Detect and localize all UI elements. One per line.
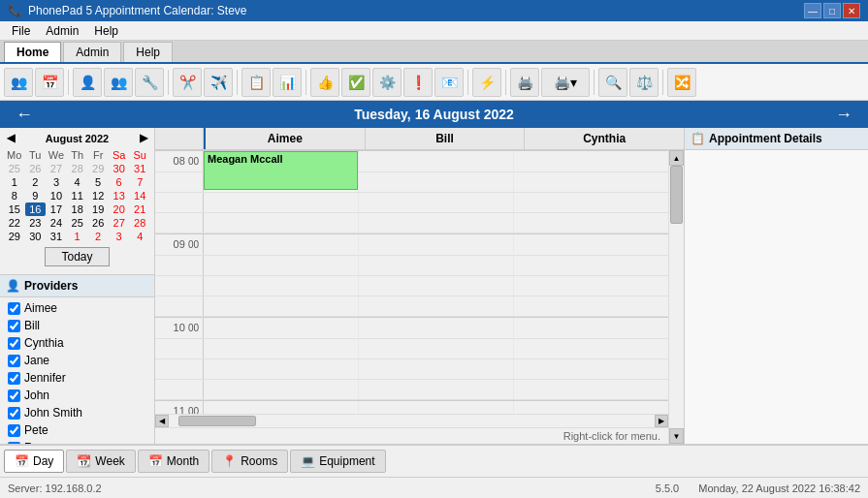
cal-cell-cynthia-08-00[interactable]	[514, 151, 668, 171]
cal-day[interactable]: 26	[87, 216, 109, 230]
provider-ryan-checkbox[interactable]	[8, 442, 20, 445]
toolbar-btn-2[interactable]: 📅	[35, 68, 64, 97]
cal-cell-bill-10-00[interactable]	[359, 318, 514, 337]
provider-john-smith[interactable]: John Smith	[0, 404, 154, 421]
cal-day[interactable]: 13	[109, 189, 130, 202]
cal-day[interactable]: 5	[87, 175, 109, 189]
cal-cell-bill-08-15[interactable]	[359, 172, 514, 192]
cal-cell-cynthia-09-15[interactable]	[514, 256, 668, 275]
cal-cell-aimee-10-45[interactable]	[204, 380, 359, 399]
cal-cell-cynthia-08-15[interactable]	[514, 172, 668, 192]
cal-day[interactable]: 19	[87, 202, 109, 216]
mini-cal-prev[interactable]: ◀	[4, 132, 17, 144]
menu-file[interactable]: File	[4, 22, 38, 40]
calendar-body[interactable]: 08 00 Meagan Mccall 15	[155, 150, 668, 414]
cal-cell-bill-08-30[interactable]	[359, 193, 514, 212]
cal-day[interactable]: 2	[25, 175, 47, 189]
cal-cell-cynthia-09-00[interactable]	[514, 234, 668, 254]
provider-john-checkbox[interactable]	[8, 389, 20, 402]
cal-day[interactable]: 4	[67, 175, 88, 189]
tab-week[interactable]: 📆 Week	[66, 450, 135, 473]
cal-day[interactable]: 15	[4, 202, 25, 216]
minimize-button[interactable]: —	[804, 3, 821, 18]
toolbar-btn-11[interactable]: ✅	[341, 68, 370, 97]
toolbar-btn-19[interactable]: ⚖️	[629, 68, 659, 97]
cal-cell-cynthia-11-00[interactable]	[514, 401, 668, 414]
cal-cell-bill-08-45[interactable]	[359, 213, 514, 233]
toolbar-btn-3[interactable]: 👤	[73, 68, 102, 97]
vscroll-up-button[interactable]: ▲	[669, 150, 684, 166]
cal-day[interactable]: 7	[129, 175, 150, 189]
cal-cell-bill-10-45[interactable]	[359, 380, 514, 399]
close-button[interactable]: ✕	[843, 3, 860, 18]
cal-day[interactable]: 23	[25, 216, 47, 230]
tab-day[interactable]: 📅 Day	[4, 450, 64, 473]
cal-cell-aimee-10-15[interactable]	[204, 339, 359, 358]
cal-cell-bill-10-30[interactable]	[359, 359, 514, 379]
cal-day[interactable]: 29	[4, 230, 25, 243]
provider-ryan[interactable]: Ryan	[0, 439, 154, 444]
provider-aimee[interactable]: Aimee	[0, 299, 154, 317]
provider-bill[interactable]: Bill	[0, 317, 154, 334]
appointment-meagan[interactable]: Meagan Mccall	[204, 151, 358, 190]
cal-cell-aimee-09-45[interactable]	[204, 296, 359, 316]
toolbar-btn-7[interactable]: ✈️	[204, 68, 233, 97]
cal-day[interactable]: 22	[4, 216, 25, 230]
hscroll-thumb[interactable]	[178, 416, 256, 426]
nav-next-button[interactable]: →	[827, 105, 860, 125]
cal-day[interactable]: 24	[46, 216, 67, 230]
cal-day[interactable]: 3	[109, 230, 130, 243]
cal-day[interactable]: 25	[4, 162, 25, 175]
cal-day[interactable]: 27	[109, 216, 130, 230]
cal-day[interactable]: 6	[109, 175, 130, 189]
tab-equipment[interactable]: 💻 Equipment	[290, 450, 385, 473]
vscroll-down-button[interactable]: ▼	[669, 428, 684, 444]
provider-jennifer-checkbox[interactable]	[8, 372, 20, 385]
toolbar-btn-12[interactable]: ⚙️	[372, 68, 402, 97]
cal-day[interactable]: 8	[4, 189, 25, 202]
toolbar-btn-6[interactable]: ✂️	[173, 68, 202, 97]
cal-day[interactable]: 30	[109, 162, 130, 175]
cal-day[interactable]: 31	[46, 230, 67, 243]
cal-day[interactable]: 2	[87, 230, 109, 243]
maximize-button[interactable]: □	[823, 3, 841, 18]
cal-cell-cynthia-08-45[interactable]	[514, 213, 668, 233]
provider-pete-checkbox[interactable]	[8, 424, 20, 437]
tab-month[interactable]: 📅 Month	[138, 450, 209, 473]
cal-cell-cynthia-09-45[interactable]	[514, 296, 668, 316]
cal-day[interactable]: 26	[25, 162, 47, 175]
toolbar-btn-13[interactable]: ❗	[403, 68, 433, 97]
provider-john[interactable]: John	[0, 387, 154, 404]
toolbar-btn-5[interactable]: 🔧	[135, 68, 164, 97]
vscroll-thumb[interactable]	[670, 166, 683, 224]
cal-cell-aimee-08-30[interactable]	[204, 193, 359, 212]
cal-cell-cynthia-09-30[interactable]	[514, 276, 668, 296]
provider-jennifer[interactable]: Jennifer	[0, 369, 154, 387]
menu-admin[interactable]: Admin	[38, 22, 86, 40]
menu-help[interactable]: Help	[86, 22, 126, 40]
cal-cell-bill-09-30[interactable]	[359, 276, 514, 296]
toolbar-btn-15[interactable]: ⚡	[472, 68, 501, 97]
cal-cell-bill-08-00[interactable]	[359, 151, 514, 171]
cal-cell-aimee-11-00[interactable]	[204, 401, 359, 414]
cal-day[interactable]: 3	[46, 175, 67, 189]
cal-cell-aimee-09-15[interactable]	[204, 256, 359, 275]
tab-rooms[interactable]: 📍 Rooms	[211, 450, 288, 473]
provider-aimee-checkbox[interactable]	[8, 302, 20, 315]
cal-day[interactable]: 11	[67, 189, 88, 202]
toolbar-btn-16[interactable]: 🖨️	[510, 68, 539, 97]
cal-day[interactable]: 29	[87, 162, 109, 175]
toolbar-btn-14[interactable]: 📧	[434, 68, 464, 97]
cal-day[interactable]: 1	[67, 230, 88, 243]
toolbar-btn-10[interactable]: 👍	[310, 68, 339, 97]
cal-cell-aimee-10-00[interactable]	[204, 318, 359, 337]
toolbar-btn-9[interactable]: 📊	[273, 68, 302, 97]
toolbar-btn-20[interactable]: 🔀	[667, 68, 696, 97]
cal-cell-aimee-09-00[interactable]	[204, 234, 359, 254]
toolbar-btn-17[interactable]: 🖨️▾	[541, 68, 590, 97]
provider-cynthia-checkbox[interactable]	[8, 337, 20, 350]
cal-day[interactable]: 28	[129, 216, 150, 230]
tab-admin[interactable]: Admin	[63, 42, 121, 62]
cal-cell-aimee-09-30[interactable]	[204, 276, 359, 296]
vertical-scrollbar[interactable]: ▲ ▼	[668, 150, 684, 444]
